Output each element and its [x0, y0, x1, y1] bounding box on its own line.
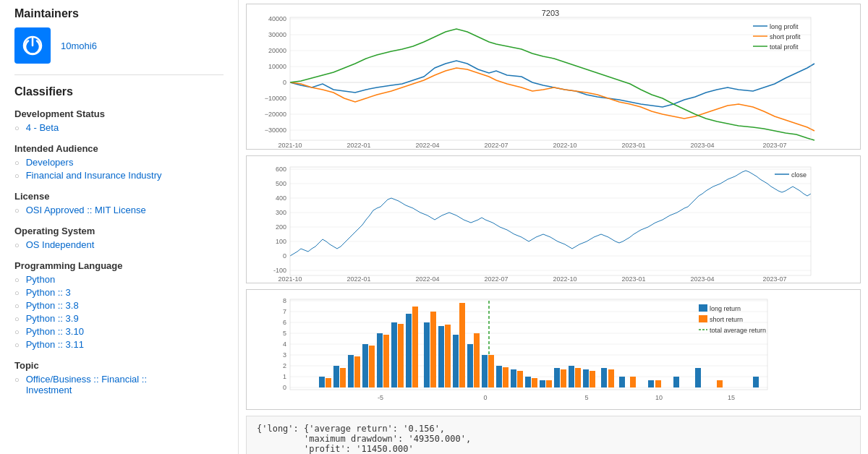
- main-content: 7203 40000 30000 20000 10000 0 −10000 −2…: [239, 0, 868, 454]
- svg-rect-95: [369, 346, 375, 387]
- svg-rect-112: [496, 366, 502, 387]
- topic-title: Topic: [14, 360, 224, 371]
- svg-rect-135: [753, 377, 759, 387]
- programming-language-title: Programming Language: [14, 260, 224, 271]
- maintainer-link[interactable]: 10mohi6: [61, 40, 97, 51]
- svg-text:2021-10: 2021-10: [278, 142, 302, 149]
- divider-1: [14, 74, 224, 75]
- svg-text:7: 7: [283, 308, 286, 315]
- os-link[interactable]: OS Independent: [26, 239, 95, 250]
- svg-rect-118: [540, 380, 545, 387]
- svg-rect-132: [673, 377, 679, 387]
- svg-text:-100: -100: [273, 267, 286, 274]
- svg-text:10: 10: [655, 394, 663, 401]
- svg-rect-125: [590, 371, 595, 387]
- bullet: ○: [14, 314, 20, 323]
- bullet: ○: [14, 375, 20, 384]
- svg-text:2023-07: 2023-07: [762, 275, 786, 283]
- os-title: Operating System: [14, 226, 224, 236]
- lang-link-python311[interactable]: Python :: 3.11: [26, 339, 84, 350]
- lang-item-1: ○ Python: [14, 274, 224, 285]
- svg-text:-5: -5: [378, 394, 383, 401]
- svg-rect-128: [619, 377, 625, 387]
- svg-text:2022-10: 2022-10: [553, 275, 576, 283]
- code-content-2: 'maximum drawdown': '49350.000',: [257, 434, 471, 444]
- svg-rect-97: [383, 335, 389, 387]
- svg-text:600: 600: [276, 166, 286, 173]
- dev-status-item: ○ 4 - Beta: [14, 122, 224, 133]
- svg-text:10000: 10000: [268, 63, 286, 70]
- svg-text:2022-07: 2022-07: [484, 275, 508, 283]
- svg-rect-122: [569, 366, 574, 387]
- svg-text:2023-04: 2023-04: [690, 275, 714, 283]
- svg-text:40000: 40000: [268, 15, 286, 22]
- bullet: ○: [14, 158, 20, 167]
- dev-status-link[interactable]: 4 - Beta: [26, 122, 59, 133]
- svg-rect-138: [699, 315, 707, 322]
- svg-text:total profit: total profit: [770, 43, 799, 51]
- svg-text:500: 500: [276, 180, 286, 187]
- svg-text:3: 3: [283, 351, 286, 359]
- avatar: [14, 27, 51, 64]
- topic-link[interactable]: Office/Business :: Financial ::Investmen…: [26, 374, 147, 395]
- svg-rect-110: [482, 355, 488, 387]
- svg-text:300: 300: [276, 209, 286, 216]
- code-content: {'long': {'average return': '0.156',: [257, 424, 445, 434]
- svg-text:total average return: total average return: [710, 327, 766, 334]
- svg-rect-35: [247, 156, 854, 283]
- svg-text:long return: long return: [710, 305, 741, 312]
- svg-rect-121: [561, 369, 566, 387]
- svg-rect-93: [354, 356, 360, 387]
- lang-link-python38[interactable]: Python :: 3.8: [26, 300, 79, 311]
- lang-link-python3[interactable]: Python :: 3: [26, 287, 71, 298]
- close-price-chart: 600 500 400 300 200 100 0 -100 2021-10 2…: [246, 155, 861, 283]
- svg-text:0: 0: [283, 252, 286, 260]
- svg-text:20000: 20000: [268, 47, 286, 54]
- svg-text:2022-07: 2022-07: [484, 142, 508, 149]
- svg-text:7203: 7203: [542, 9, 559, 17]
- svg-text:short return: short return: [710, 316, 743, 323]
- svg-text:200: 200: [276, 223, 286, 231]
- svg-text:100: 100: [276, 238, 286, 245]
- bullet: ○: [14, 124, 20, 132]
- svg-rect-63: [247, 290, 854, 409]
- sidebar: Maintainers 10mohi6 Classifiers Developm…: [0, 0, 239, 454]
- svg-rect-127: [608, 369, 614, 387]
- svg-rect-109: [474, 333, 480, 387]
- svg-rect-99: [398, 324, 404, 387]
- lang-link-python39[interactable]: Python :: 3.9: [26, 313, 79, 324]
- svg-text:2: 2: [283, 362, 286, 369]
- lang-item-6: ○ Python :: 3.11: [14, 339, 224, 350]
- bullet: ○: [14, 301, 20, 310]
- svg-rect-92: [348, 355, 354, 387]
- svg-text:400: 400: [276, 194, 286, 202]
- svg-rect-117: [532, 378, 537, 387]
- svg-text:−10000: −10000: [265, 95, 286, 102]
- lang-item-5: ○ Python :: 3.10: [14, 326, 224, 337]
- lang-link-python310[interactable]: Python :: 3.10: [26, 326, 84, 337]
- svg-rect-115: [517, 371, 523, 387]
- svg-rect-114: [511, 369, 516, 387]
- svg-rect-106: [453, 335, 459, 387]
- lang-item-3: ○ Python :: 3.8: [14, 300, 224, 311]
- svg-text:long profit: long profit: [770, 23, 799, 30]
- license-link[interactable]: OSI Approved :: MIT License: [26, 205, 146, 215]
- svg-text:2022-04: 2022-04: [415, 275, 439, 283]
- audience-link-financial[interactable]: Financial and Insurance Industry: [26, 170, 162, 181]
- svg-rect-134: [717, 380, 723, 387]
- code-content-3: 'profit': '11450.000': [257, 444, 414, 454]
- svg-text:2022-04: 2022-04: [415, 142, 439, 149]
- audience-link-developers[interactable]: Developers: [26, 157, 74, 168]
- svg-rect-136: [699, 304, 707, 312]
- license-item: ○ OSI Approved :: MIT License: [14, 205, 224, 215]
- svg-rect-131: [655, 380, 661, 387]
- svg-text:2023-07: 2023-07: [762, 142, 786, 149]
- svg-rect-124: [583, 369, 589, 387]
- lang-link-python[interactable]: Python: [26, 274, 55, 285]
- svg-text:5: 5: [584, 394, 588, 401]
- svg-rect-96: [377, 333, 383, 387]
- maintainer-row: 10mohi6: [14, 27, 224, 64]
- svg-text:−20000: −20000: [265, 111, 286, 118]
- svg-rect-103: [430, 312, 436, 387]
- bullet: ○: [14, 241, 20, 249]
